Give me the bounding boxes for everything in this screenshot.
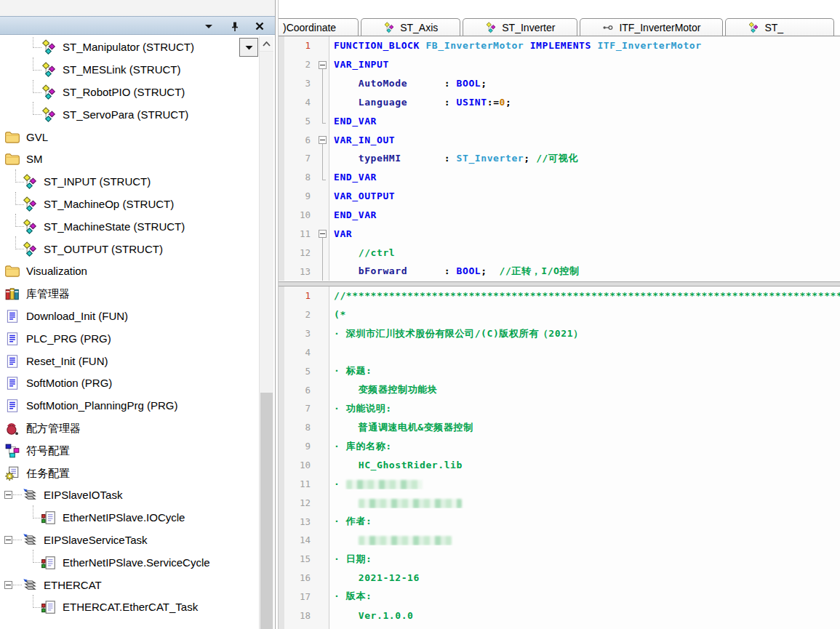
tree-item[interactable]: ST_ServoPara (STRUCT): [0, 103, 259, 126]
panel-menu-dropdown-icon[interactable]: [202, 20, 215, 33]
tree-item[interactable]: ETHERCAT.EtherCAT_Task: [0, 596, 259, 619]
tree-item-label: ST_MESLink (STRUCT): [63, 62, 181, 78]
tree-item[interactable]: SM: [0, 148, 259, 171]
code-token: · 库的名称:: [334, 441, 392, 452]
line-number: 14: [284, 531, 316, 550]
gutter-margin: [279, 74, 284, 93]
tree-item[interactable]: Download_Init (FUN): [0, 305, 259, 328]
fold-gutter: [316, 550, 329, 569]
tree-item[interactable]: GVL: [0, 126, 259, 148]
tree-item[interactable]: SoftMotion (PRG): [0, 372, 259, 395]
line-number: 11: [284, 474, 316, 493]
tree-connector: [15, 169, 24, 183]
code-text: · 深圳市汇川技术股份有限公司/(C)版权所有（2021）: [329, 327, 840, 340]
tree-item[interactable]: Reset_Init (FUN): [0, 350, 259, 372]
code-token: · 版本:: [334, 590, 372, 601]
tree-item[interactable]: 配方管理器: [0, 417, 259, 440]
tab-label: ST_Axis: [400, 22, 438, 33]
tab-st-axis[interactable]: ST_Axis: [361, 18, 460, 36]
tree-item-label: ST_MachineOp (STRUCT): [44, 196, 174, 212]
struct-icon: [41, 107, 57, 123]
tree-item[interactable]: EtherNetIPSlave.IOCycle: [0, 507, 259, 529]
tree-item[interactable]: ETHERCAT: [0, 574, 259, 596]
code-token: typeHMI: [359, 153, 401, 164]
pou-icon: [4, 353, 20, 369]
tab-itf-invertermotor[interactable]: ITF_InverterMotor: [580, 18, 723, 36]
code-text: END_VAR: [329, 209, 840, 220]
fold-toggle-icon[interactable]: [319, 136, 327, 144]
scrollbar-up-arrow-icon[interactable]: [260, 36, 273, 52]
code-token: bForward: [359, 265, 407, 276]
editor-tabbar: )CoordinateST_AxisST_InverterITF_Inverte…: [279, 17, 840, 36]
tree-item-label: 库管理器: [26, 286, 70, 302]
fold-gutter: [316, 149, 329, 168]
tab-st-inverter[interactable]: ST_Inverter: [463, 18, 577, 36]
pin-icon[interactable]: [228, 20, 241, 33]
code-token: BOOL: [457, 78, 481, 89]
code-token: VAR_IN_OUT: [334, 135, 395, 145]
code-line: 8END_VAR: [279, 168, 840, 187]
tree-item[interactable]: Visualization: [0, 260, 259, 283]
code-token: //正转，I/O控制: [500, 265, 580, 276]
tree-item[interactable]: 库管理器: [0, 283, 259, 305]
struct-icon: [41, 62, 57, 78]
tree-item[interactable]: ST_MachineState (STRUCT): [0, 215, 259, 238]
tree-item-dropdown-button[interactable]: [239, 38, 258, 57]
task-icon: [22, 532, 38, 548]
collapse-toggle-icon[interactable]: [4, 581, 12, 589]
tree-item[interactable]: 符号配置: [0, 439, 259, 462]
gutter-margin: [279, 224, 284, 243]
code-token: · 功能说明:: [334, 403, 392, 414]
code-line: 13 bForward : BOOL; //正转，I/O控制: [279, 262, 840, 281]
tree-item[interactable]: EIPSlaveServiceTask: [0, 529, 259, 552]
declaration-pane[interactable]: 1FUNCTION_BLOCK FB_InverterMotor IMPLEME…: [279, 36, 840, 282]
folder-icon: [4, 263, 20, 279]
code-token: ;: [505, 97, 511, 108]
tree-item[interactable]: ST_MESLink (STRUCT): [0, 59, 259, 81]
tree-item[interactable]: 任务配置: [0, 462, 259, 484]
fold-toggle-icon[interactable]: [319, 230, 327, 238]
tree-item[interactable]: ST_INPUT (STRUCT): [0, 171, 259, 193]
tree-item[interactable]: ST_Manipulator (STRUCT): [0, 36, 259, 59]
line-number: 17: [284, 588, 316, 606]
code-token: ;: [481, 265, 499, 276]
struct-icon: [22, 196, 38, 212]
code-token: //ctrl: [359, 247, 396, 258]
line-number: 18: [284, 606, 316, 625]
fold-gutter: [316, 206, 329, 225]
tree-item-label: ST_Manipulator (STRUCT): [63, 39, 194, 55]
struct-icon: [22, 241, 38, 257]
tree-item[interactable]: EIPSlaveIOTask: [0, 484, 259, 507]
collapse-toggle-icon[interactable]: [4, 491, 12, 499]
gutter-margin: [279, 305, 284, 324]
code-text: 变频器控制功能块: [329, 383, 840, 396]
tree-item[interactable]: SoftMotion_PlanningPrg (PRG): [0, 395, 259, 417]
tree-item[interactable]: PLC_PRG (PRG): [0, 327, 259, 350]
close-icon[interactable]: [253, 20, 266, 33]
gutter-margin: [279, 287, 284, 305]
code-token: //可视化: [536, 153, 578, 164]
tab-label: ST_: [764, 22, 783, 33]
collapse-toggle-icon[interactable]: [4, 536, 12, 544]
tree-scrollbar-thumb[interactable]: [260, 393, 273, 629]
code-text: END_VAR: [329, 172, 840, 183]
tree-item[interactable]: ST_RobotPIO (STRUCT): [0, 81, 259, 104]
tab-st[interactable]: ST_: [725, 18, 834, 36]
code-line: 6 变频器控制功能块: [279, 380, 840, 399]
tree-item[interactable]: ST_MachineOp (STRUCT): [0, 193, 259, 216]
folder-icon: [4, 129, 20, 145]
fold-toggle-icon[interactable]: [319, 61, 327, 69]
tree-item-label: 任务配置: [26, 465, 70, 481]
implementation-pane[interactable]: 1//*************************************…: [279, 287, 840, 629]
tab-coordinate[interactable]: )Coordinate: [279, 18, 359, 36]
code-token: [334, 265, 359, 276]
code-line: 5· 标题:: [279, 361, 840, 380]
tree-item[interactable]: ST_OUTPUT (STRUCT): [0, 238, 259, 260]
code-line: 7 typeHMI : ST_Inverter; //可视化: [279, 149, 840, 168]
pane-splitter[interactable]: [279, 281, 840, 287]
gutter-margin: [279, 361, 284, 380]
tree-item[interactable]: EtherNetIPSlave.ServiceCycle: [0, 551, 259, 574]
code-token: ;: [524, 153, 536, 164]
code-token: (*: [334, 309, 346, 320]
code-editor: )CoordinateST_AxisST_InverterITF_Inverte…: [279, 0, 840, 629]
